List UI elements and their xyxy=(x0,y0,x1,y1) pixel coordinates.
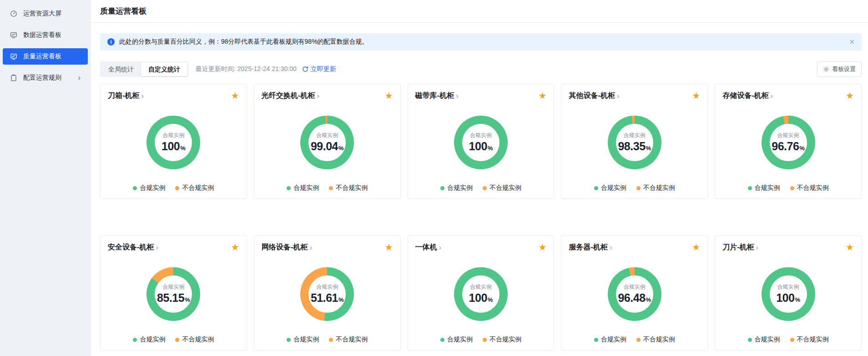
legend-dot-noncompliant-icon xyxy=(636,186,641,190)
chevron-right-icon: › xyxy=(610,244,612,251)
quality-card: 服务器-机柜 › ★ 合规实例 96.48% 合规实例 不合规实例 xyxy=(561,235,708,351)
chevron-right-icon: › xyxy=(771,92,773,100)
legend-item-compliant[interactable]: 合规实例 xyxy=(440,184,473,192)
legend-dot-noncompliant-icon xyxy=(790,186,794,190)
donut-center-value: 100% xyxy=(469,140,493,153)
refresh-now-link[interactable]: 立即更新 xyxy=(302,65,336,73)
info-banner-text: 此处的分数与质量百分比同义，例：98分即代表基于此看板规则有98%的配置数据合规… xyxy=(119,38,368,46)
sidebar-item-config-rules[interactable]: 配置运营规则 › xyxy=(3,70,88,86)
last-updated-text: 最近更新时间: 2025-12-24 21:30:00 xyxy=(196,65,297,73)
chevron-right-icon: › xyxy=(456,92,459,100)
tab-custom-stats[interactable]: 自定义统计 xyxy=(141,62,187,76)
card-title-link[interactable]: 存储设备-机柜 › xyxy=(722,91,773,101)
quality-card: 一体机 › ★ 合规实例 100% 合规实例 不合规实例 xyxy=(408,235,555,351)
donut-center-value: 100% xyxy=(776,291,800,305)
star-icon[interactable]: ★ xyxy=(385,243,393,252)
chart-legend: 合规实例 不合规实例 xyxy=(262,336,393,344)
page-title: 质量运营看板 xyxy=(91,0,868,23)
legend-item-noncompliant[interactable]: 不合规实例 xyxy=(636,184,675,192)
legend-item-noncompliant[interactable]: 不合规实例 xyxy=(175,336,214,344)
gauge-icon xyxy=(10,10,17,17)
legend-item-compliant[interactable]: 合规实例 xyxy=(133,336,165,344)
tab-global-stats[interactable]: 全局统计 xyxy=(101,62,141,76)
quality-card: 存储设备-机柜 › ★ 合规实例 96.76% 合规实例 不合规实例 xyxy=(715,84,862,199)
donut-chart: 合规实例 100% xyxy=(762,267,815,321)
gear-icon xyxy=(823,66,829,72)
legend-item-noncompliant[interactable]: 不合规实例 xyxy=(790,184,829,192)
legend-dot-compliant-icon xyxy=(440,338,444,342)
toolbar: 全局统计 自定义统计 最近更新时间: 2025-12-24 21:30:00 立… xyxy=(100,61,862,77)
sidebar-item-data-dashboard[interactable]: 数据运营看板 xyxy=(3,27,88,43)
donut-center-label: 合规实例 xyxy=(470,283,492,291)
card-title-link[interactable]: 其他设备-机柜 › xyxy=(569,91,619,101)
legend-item-noncompliant[interactable]: 不合规实例 xyxy=(483,336,521,344)
star-icon[interactable]: ★ xyxy=(385,91,393,100)
donut-chart: 合规实例 96.48% xyxy=(608,267,661,321)
legend-item-compliant[interactable]: 合规实例 xyxy=(133,184,165,192)
chevron-right-icon: › xyxy=(756,244,759,251)
star-icon[interactable]: ★ xyxy=(692,91,700,100)
close-icon[interactable]: × xyxy=(849,38,854,46)
card-title: 存储设备-机柜 xyxy=(722,91,768,101)
monitor-chart-icon xyxy=(10,31,17,39)
legend-item-compliant[interactable]: 合规实例 xyxy=(287,184,319,192)
card-title-link[interactable]: 光纤交换机-机柜 › xyxy=(262,91,319,101)
main-area: 质量运营看板 i 此处的分数与质量百分比同义，例：98分即代表基于此看板规则有9… xyxy=(91,0,868,356)
board-settings-button[interactable]: 看板设置 xyxy=(817,61,862,77)
legend-item-noncompliant[interactable]: 不合规实例 xyxy=(636,336,675,344)
card-title-link[interactable]: 网络设备-机柜 › xyxy=(262,243,312,252)
legend-item-compliant[interactable]: 合规实例 xyxy=(748,184,780,192)
legend-dot-noncompliant-icon xyxy=(483,186,487,190)
card-title-link[interactable]: 刀箱-机柜 › xyxy=(108,91,144,101)
donut-chart: 合规实例 85.15% xyxy=(146,267,200,321)
star-icon[interactable]: ★ xyxy=(846,91,854,100)
legend-item-compliant[interactable]: 合规实例 xyxy=(594,184,626,192)
chevron-right-icon: › xyxy=(141,92,144,100)
legend-item-compliant[interactable]: 合规实例 xyxy=(594,336,626,344)
legend-item-noncompliant[interactable]: 不合规实例 xyxy=(329,336,368,344)
card-title: 服务器-机柜 xyxy=(569,243,607,252)
legend-item-compliant[interactable]: 合规实例 xyxy=(440,336,473,344)
chevron-right-icon: › xyxy=(617,92,620,100)
sidebar-item-quality-dashboard[interactable]: 质量运营看板 xyxy=(3,48,88,65)
donut-center-value: 51.61% xyxy=(311,291,344,305)
quality-card: 刀箱-机柜 › ★ 合规实例 100% 合规实例 不合规实例 xyxy=(100,84,247,199)
donut-center-value: 99.04% xyxy=(311,140,344,153)
legend-item-noncompliant[interactable]: 不合规实例 xyxy=(329,184,368,192)
sidebar-item-resource-screen[interactable]: 运营资源大屏 xyxy=(3,5,88,22)
legend-item-noncompliant[interactable]: 不合规实例 xyxy=(483,184,521,192)
quality-card: 安全设备-机柜 › ★ 合规实例 85.15% 合规实例 不合规实例 xyxy=(100,235,247,351)
star-icon[interactable]: ★ xyxy=(538,243,546,252)
legend-item-compliant[interactable]: 合规实例 xyxy=(748,336,780,344)
sidebar-item-label: 配置运营规则 xyxy=(23,74,61,82)
star-icon[interactable]: ★ xyxy=(538,91,546,100)
card-title-link[interactable]: 一体机 › xyxy=(415,243,442,252)
donut-center-label: 合规实例 xyxy=(624,283,646,291)
star-icon[interactable]: ★ xyxy=(846,243,854,252)
star-icon[interactable]: ★ xyxy=(692,243,700,252)
legend-item-noncompliant[interactable]: 不合规实例 xyxy=(175,184,214,192)
card-title: 磁带库-机柜 xyxy=(415,91,454,101)
donut-center-value: 85.15% xyxy=(157,291,190,305)
card-title-link[interactable]: 磁带库-机柜 › xyxy=(415,91,459,101)
star-icon[interactable]: ★ xyxy=(231,243,239,252)
card-title-link[interactable]: 刀片-机柜 › xyxy=(722,243,758,252)
card-title: 刀箱-机柜 xyxy=(108,91,139,101)
legend-item-noncompliant[interactable]: 不合规实例 xyxy=(790,336,829,344)
card-title: 一体机 xyxy=(415,243,437,252)
sidebar-item-label: 运营资源大屏 xyxy=(23,10,61,18)
legend-item-compliant[interactable]: 合规实例 xyxy=(287,336,319,344)
star-icon[interactable]: ★ xyxy=(231,91,239,100)
donut-chart: 合规实例 100% xyxy=(454,267,508,321)
donut-center-label: 合规实例 xyxy=(470,132,492,139)
legend-dot-noncompliant-icon xyxy=(636,338,641,342)
chevron-right-icon: › xyxy=(156,244,158,251)
legend-dot-compliant-icon xyxy=(287,338,291,342)
chevron-right-icon: › xyxy=(309,244,312,251)
card-title-link[interactable]: 服务器-机柜 › xyxy=(569,243,612,252)
legend-dot-noncompliant-icon xyxy=(329,338,333,342)
donut-chart: 合规实例 51.61% xyxy=(300,267,354,321)
card-title-link[interactable]: 安全设备-机柜 › xyxy=(108,243,158,252)
monitor-chart-icon xyxy=(10,53,17,60)
sidebar-item-label: 数据运营看板 xyxy=(23,31,61,39)
